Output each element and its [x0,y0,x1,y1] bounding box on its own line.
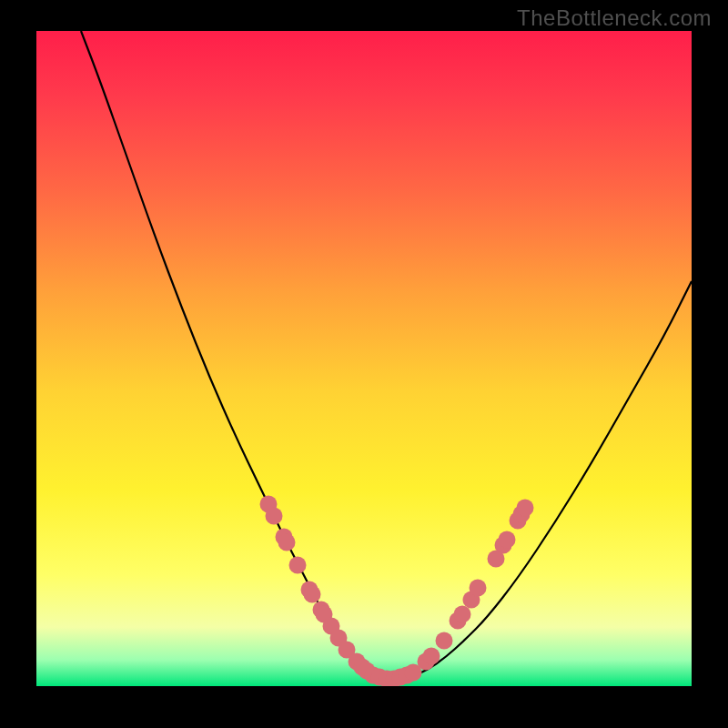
marker-dot [436,632,453,650]
marker-dot [470,580,487,597]
chart-frame: TheBottleneck.com [0,0,728,728]
marker-dot [499,531,516,549]
marker-dot [454,606,471,623]
marker-dot [289,557,307,574]
plot-area [36,31,692,686]
marker-dot [278,534,296,551]
marker-dot [266,508,283,525]
marker-layer [260,496,534,687]
marker-dot [517,500,534,517]
bottleneck-curve [81,31,692,679]
watermark: TheBottleneck.com [517,5,712,31]
marker-dot [423,648,440,665]
curve-svg [36,31,692,686]
marker-dot [304,586,321,603]
